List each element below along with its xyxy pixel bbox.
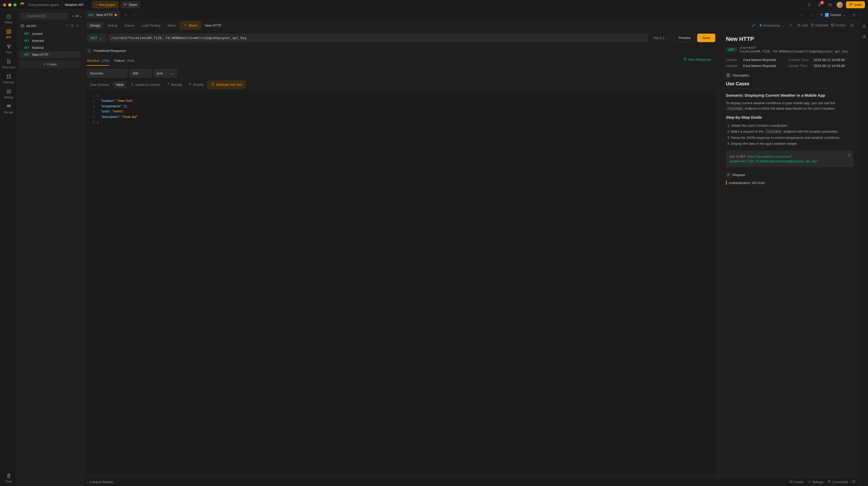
- nav-tests[interactable]: Tests: [2, 42, 16, 56]
- nav-schemas[interactable]: Schemas: [2, 72, 16, 86]
- nav-settings[interactable]: Settings: [2, 87, 16, 101]
- update-schema-button[interactable]: Update to schema: [128, 81, 163, 88]
- simplify-button[interactable]: Simplify: [186, 81, 207, 88]
- footer-cookie[interactable]: Cookie: [789, 480, 803, 484]
- edit-icon[interactable]: [750, 22, 757, 29]
- svg-point-16: [7, 106, 8, 107]
- new-response-button[interactable]: New Response: [683, 57, 715, 64]
- sync-icon[interactable]: [806, 1, 813, 8]
- target-icon[interactable]: [70, 24, 74, 28]
- copy-icon[interactable]: [847, 153, 851, 158]
- side-help-icon[interactable]: [861, 23, 868, 30]
- nav-trash[interactable]: Trash: [2, 471, 16, 485]
- svg-rect-0: [829, 4, 832, 6]
- curl-snippet: curl -X GET "https://api.weather.com/cur…: [726, 151, 854, 167]
- subtab-load-testing[interactable]: Load Testing: [138, 22, 164, 29]
- status-select[interactable]: Developing ⌄: [760, 24, 784, 27]
- preview-button[interactable]: Preview: [674, 34, 695, 42]
- chevron-down-icon: ⌄: [666, 36, 669, 40]
- url-input[interactable]: [108, 34, 648, 42]
- archive-button[interactable]: Archive: [831, 23, 846, 28]
- tree-root-label[interactable]: All API: [26, 24, 36, 28]
- subtab-share[interactable]: Share: [180, 22, 201, 29]
- apis-icon: [6, 29, 11, 35]
- refresh-icon[interactable]: [65, 24, 69, 28]
- panel-icon[interactable]: [827, 1, 834, 8]
- response-format-select[interactable]: json ⌄: [153, 69, 177, 78]
- subtab-design[interactable]: Design: [87, 22, 103, 29]
- tab-menu-button[interactable]: ⋯: [132, 11, 139, 19]
- schema-tab-value[interactable]: Value: [113, 81, 127, 88]
- svg-rect-23: [798, 25, 800, 26]
- api-item-current[interactable]: GET current: [20, 30, 80, 37]
- response-tab-success[interactable]: Success (200): [87, 56, 109, 66]
- api-item-new-http[interactable]: GET New HTTP: [20, 51, 80, 58]
- folder-icon: [21, 24, 24, 28]
- updated-label: Update Time: [788, 64, 808, 68]
- api-item-historial[interactable]: GET historial: [20, 44, 80, 51]
- http-version-select[interactable]: http/1.1 ⌄: [650, 34, 672, 42]
- tab-prev-icon[interactable]: ‹: [798, 11, 805, 19]
- project-name[interactable]: Weather API: [65, 3, 84, 7]
- generate-button[interactable]: Generate from Sch: [208, 81, 245, 89]
- api-title: New HTTP: [205, 24, 221, 27]
- subtab-mock[interactable]: Mock: [164, 22, 179, 29]
- notifications-button[interactable]: 3: [816, 1, 823, 8]
- lock-button[interactable]: Lock: [797, 23, 808, 28]
- scenario-heading: Scenario: Displaying Current Weather in …: [726, 93, 854, 97]
- api-item-forecast[interactable]: GET forecast: [20, 37, 80, 44]
- method-select[interactable]: GET ⌄: [87, 34, 106, 42]
- svg-point-9: [7, 77, 8, 78]
- nav-history[interactable]: History: [2, 12, 16, 26]
- share-button[interactable]: Share: [121, 1, 140, 8]
- window-maximize[interactable]: [13, 3, 17, 6]
- save-button[interactable]: Save: [697, 34, 715, 42]
- json-editor[interactable]: 123456 { "location": "New York", "temper…: [87, 91, 715, 474]
- duplicate-button[interactable]: Duplicate: [811, 23, 828, 28]
- beautify-button[interactable]: Beautify: [164, 81, 185, 88]
- list-icon[interactable]: [850, 11, 858, 19]
- svg-rect-25: [831, 24, 834, 25]
- help-icon[interactable]: [848, 22, 856, 29]
- response-code-input[interactable]: [129, 69, 151, 78]
- new-tab-button[interactable]: +: [122, 11, 130, 19]
- nav-share-docs[interactable]: Share Docs: [2, 57, 16, 71]
- response-name-input[interactable]: [87, 69, 127, 78]
- status-dot-icon: [760, 24, 762, 26]
- tab-next-icon[interactable]: ›: [808, 11, 815, 19]
- side-panel-icon[interactable]: [861, 33, 868, 40]
- subtab-debug[interactable]: Debug: [104, 22, 120, 29]
- workspace-name[interactable]: Cora personal space: [28, 3, 59, 7]
- svg-point-10: [9, 77, 10, 78]
- sort-icon[interactable]: [76, 24, 79, 28]
- nav-apis[interactable]: APIs: [2, 27, 16, 41]
- response-tab-failure[interactable]: Failure (404): [115, 56, 134, 66]
- chevron-down-icon: ⌄: [170, 72, 173, 75]
- search-input[interactable]: [20, 13, 69, 19]
- window-close[interactable]: [3, 3, 6, 6]
- create-api-button[interactable]: + Create: [20, 60, 80, 68]
- creator-value: Cora Maeve Reynolds: [743, 58, 783, 62]
- subtab-cases[interactable]: Cases: [122, 22, 137, 29]
- environment-select[interactable]: D Default ⌄: [817, 11, 848, 18]
- invite-button[interactable]: Invite: [846, 1, 865, 8]
- footer-settings[interactable]: Settings: [808, 480, 823, 484]
- window-minimize[interactable]: [8, 3, 11, 6]
- svg-rect-3: [7, 30, 10, 34]
- schema-tab-data[interactable]: Data Schema: [87, 81, 112, 88]
- history-icon: [6, 14, 11, 20]
- svg-point-7: [7, 75, 8, 76]
- user-avatar[interactable]: [837, 2, 843, 8]
- swap-icon[interactable]: [787, 22, 795, 29]
- filter-select[interactable]: ● All ⌄: [71, 14, 84, 18]
- footer-help[interactable]: [852, 480, 856, 484]
- section-title: Predefined Response: [94, 49, 126, 53]
- nav-manage[interactable]: Manage: [2, 102, 16, 116]
- editor-tab[interactable]: GET New HTTP: [85, 11, 120, 19]
- tests-icon: [6, 44, 11, 50]
- chevron-down-icon[interactable]: ⌄: [86, 3, 89, 7]
- plus-icon: +: [43, 62, 45, 66]
- new-project-button[interactable]: + New project: [92, 1, 118, 8]
- collapse-sidebar-button[interactable]: ‹ Collapse Sidebar: [87, 480, 113, 484]
- footer-community[interactable]: Community: [828, 480, 848, 484]
